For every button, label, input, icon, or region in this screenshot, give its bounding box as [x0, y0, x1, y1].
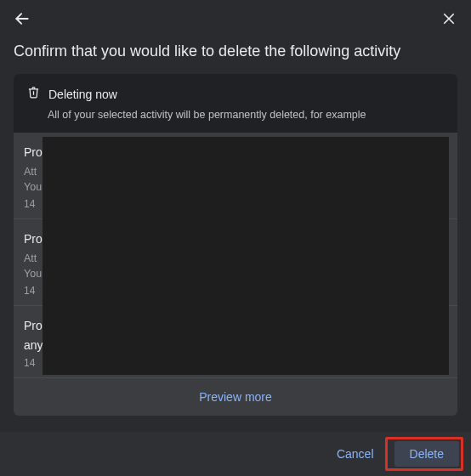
footer-bar: Cancel Delete	[0, 432, 471, 476]
activity-list: Pro Att You 14 Pro Att You 14 Pro any 14	[14, 133, 457, 378]
delete-button[interactable]: Delete	[394, 441, 459, 467]
cancel-button[interactable]: Cancel	[328, 442, 383, 466]
banner-title: Deleting now	[48, 88, 117, 101]
confirmation-panel: Deleting now All of your selected activi…	[14, 74, 457, 416]
back-icon[interactable]	[10, 7, 34, 31]
redaction-mask	[43, 137, 449, 375]
banner-subtitle: All of your selected activity will be pe…	[27, 109, 444, 121]
preview-more-link[interactable]: Preview more	[14, 378, 457, 416]
close-icon[interactable]	[437, 7, 461, 31]
page-title: Confirm that you would like to delete th…	[0, 34, 471, 74]
trash-icon	[27, 86, 40, 102]
header-bar	[0, 0, 471, 34]
deleting-banner: Deleting now All of your selected activi…	[14, 74, 457, 133]
